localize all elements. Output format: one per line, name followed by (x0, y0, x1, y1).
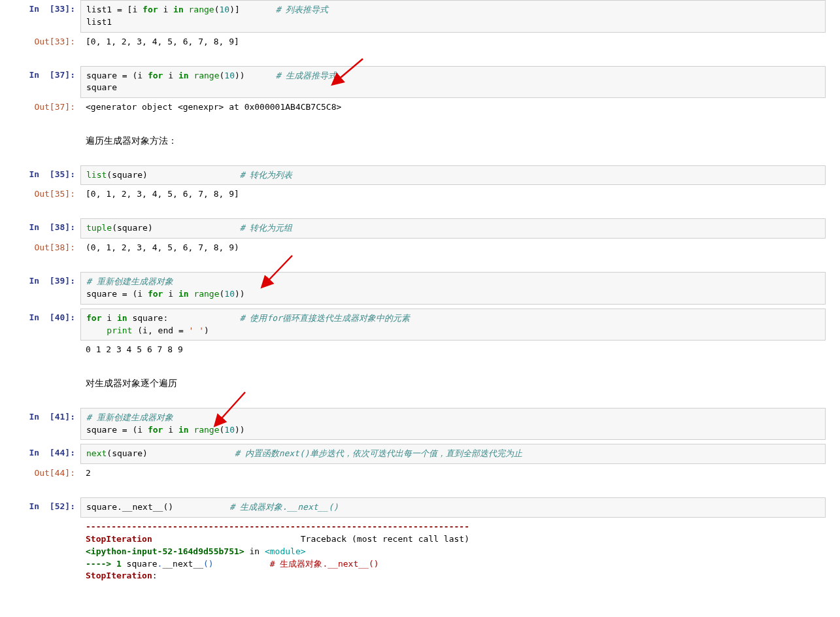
code-fragment: <module> (265, 546, 306, 556)
traceback-line: ----> 1 square.__next__() # 生成器对象.__next… (86, 558, 835, 571)
code-fragment: ----> 1 (86, 559, 122, 569)
code-input[interactable]: tuple(square) # 转化为元组 (80, 218, 826, 239)
code-fragment: square.__next__() (86, 502, 229, 512)
code-fragment: 10 (224, 289, 235, 299)
code-fragment: # 重新创建生成器对象 (86, 276, 173, 286)
output-prompt: Out[37]: (0, 98, 80, 117)
code-fragment: ' ' (189, 325, 204, 335)
code-fragment: )) (235, 289, 245, 299)
notebook-cell: In [38]:tuple(square) # 转化为元组 (0, 218, 840, 239)
notebook-cell: In [33]:list1 = [i for i in range(10)] #… (0, 0, 840, 33)
code-fragment: () (203, 559, 214, 569)
code-fragment: square = (i (86, 425, 148, 435)
code-fragment: for (86, 313, 101, 323)
code-fragment: Traceback (most recent call last) (152, 534, 469, 544)
code-fragment: range (193, 425, 219, 435)
cell-gap (0, 52, 840, 66)
notebook: In [33]:list1 = [i for i in range(10)] #… (0, 0, 840, 586)
notebook-cell: ----------------------------------------… (0, 518, 840, 586)
code-fragment: 10 (224, 71, 235, 80)
empty-prompt (0, 374, 80, 393)
code-fragment: ----------------------------------------… (86, 522, 469, 531)
code-fragment: ( (214, 5, 220, 14)
code-fragment: square: (127, 313, 240, 323)
code-fragment: list (86, 170, 107, 180)
output-text: <generator object <genexpr> at 0x000001A… (80, 98, 840, 117)
cell-gap (0, 483, 840, 497)
code-fragment: 10 (224, 425, 235, 435)
code-fragment: square = (i (86, 71, 148, 80)
code-fragment: next (86, 448, 107, 458)
code-fragment: __next__ (162, 559, 203, 569)
code-fragment (184, 5, 189, 14)
output-text: [0, 1, 2, 3, 4, 5, 6, 7, 8, 9] (80, 33, 840, 52)
code-fragment: # 转化为元组 (240, 223, 293, 233)
code-fragment: in (173, 5, 184, 14)
notebook-cell: In [39]:# 重新创建生成器对象square = (i for i in … (0, 272, 840, 305)
code-line: square (86, 82, 820, 94)
notebook-cell: In [40]:for i in square: # 使用for循环直接迭代生成… (0, 308, 840, 341)
code-line: for i in square: # 使用for循环直接迭代生成器对象中的元素 (86, 312, 820, 325)
code-line: square = (i for i in range(10)) (86, 288, 820, 301)
input-prompt: In [33]: (0, 0, 80, 33)
code-line: # 重新创建生成器对象 (86, 276, 820, 288)
code-input[interactable]: square = (i for i in range(10)) # 生成器推导式… (80, 66, 826, 99)
cell-gap (0, 117, 840, 131)
notebook-cell: Out[37]:<generator object <genexpr> at 0… (0, 98, 840, 117)
code-fragment (214, 559, 270, 569)
cell-gap (0, 151, 840, 165)
cell-gap (0, 258, 840, 272)
code-fragment: (square) (107, 170, 240, 180)
notebook-cell: In [41]:# 重新创建生成器对象square = (i for i in … (0, 408, 840, 441)
input-prompt: In [37]: (0, 66, 80, 99)
code-fragment: range (193, 71, 219, 80)
code-fragment: square (86, 82, 117, 92)
code-fragment: # 重新创建生成器对象 (86, 412, 173, 422)
notebook-cell: In [37]:square = (i for i in range(10)) … (0, 66, 840, 99)
code-fragment: # 内置函数next()单步迭代，依次可迭代出每一个值，直到全部迭代完为止 (235, 448, 522, 458)
stream-output: 0 1 2 3 4 5 6 7 8 9 (80, 341, 840, 359)
output-text: [0, 1, 2, 3, 4, 5, 6, 7, 8, 9] (80, 185, 840, 204)
code-input[interactable]: square.__next__() # 生成器对象.__next__() (80, 497, 826, 518)
traceback: ----------------------------------------… (80, 518, 840, 586)
code-line: list1 (86, 16, 820, 29)
output-prompt: Out[35]: (0, 185, 80, 204)
output-text: (0, 1, 2, 3, 4, 5, 6, 7, 8, 9) (80, 239, 840, 258)
notebook-cell: Out[38]:(0, 1, 2, 3, 4, 5, 6, 7, 8, 9) (0, 239, 840, 258)
code-fragment: (i, end = (132, 325, 188, 335)
code-line: # 重新创建生成器对象 (86, 412, 820, 424)
code-fragment: # 生成器对象.__next__() (270, 559, 379, 569)
output-prompt: Out[44]: (0, 464, 80, 483)
code-fragment: i (158, 5, 173, 14)
output-prompt: Out[33]: (0, 33, 80, 52)
code-input[interactable]: # 重新创建生成器对象square = (i for i in range(10… (80, 408, 826, 441)
code-fragment: # 生成器对象.__next__() (229, 502, 339, 512)
code-line: square = (i for i in range(10)) # 生成器推导式 (86, 70, 820, 82)
notebook-cell: Out[35]:[0, 1, 2, 3, 4, 5, 6, 7, 8, 9] (0, 185, 840, 204)
code-fragment: StopIteration (86, 534, 152, 544)
code-fragment: for (148, 425, 163, 435)
code-input[interactable]: next(square) # 内置函数next()单步迭代，依次可迭代出每一个值… (80, 444, 826, 464)
traceback-line: StopIteration Traceback (most recent cal… (86, 533, 835, 546)
code-fragment: : (152, 571, 163, 580)
code-input[interactable]: # 重新创建生成器对象square = (i for i in range(10… (80, 272, 826, 305)
input-prompt: In [52]: (0, 497, 80, 518)
notebook-cell: Out[33]:[0, 1, 2, 3, 4, 5, 6, 7, 8, 9] (0, 33, 840, 52)
code-fragment: for (143, 5, 158, 14)
traceback-line: StopIteration: (86, 570, 835, 582)
markdown-text: 对生成器对象逐个遍历 (80, 374, 840, 393)
code-fragment: in (244, 546, 265, 556)
input-prompt: In [44]: (0, 444, 80, 464)
empty-prompt (0, 341, 80, 359)
code-fragment: 10 (220, 5, 230, 14)
code-fragment: i (163, 425, 178, 435)
code-fragment: ) (204, 325, 209, 335)
code-input[interactable]: list1 = [i for i in range(10)] # 列表推导式li… (80, 0, 826, 33)
code-input[interactable]: list(square) # 转化为列表 (80, 165, 826, 186)
traceback-line: ----------------------------------------… (86, 521, 835, 533)
code-fragment: list1 (86, 17, 112, 27)
code-line: list1 = [i for i in range(10)] # 列表推导式 (86, 4, 820, 16)
code-fragment: square (122, 559, 158, 569)
code-input[interactable]: for i in square: # 使用for循环直接迭代生成器对象中的元素 … (80, 308, 826, 341)
notebook-cell: 对生成器对象逐个遍历 (0, 374, 840, 393)
